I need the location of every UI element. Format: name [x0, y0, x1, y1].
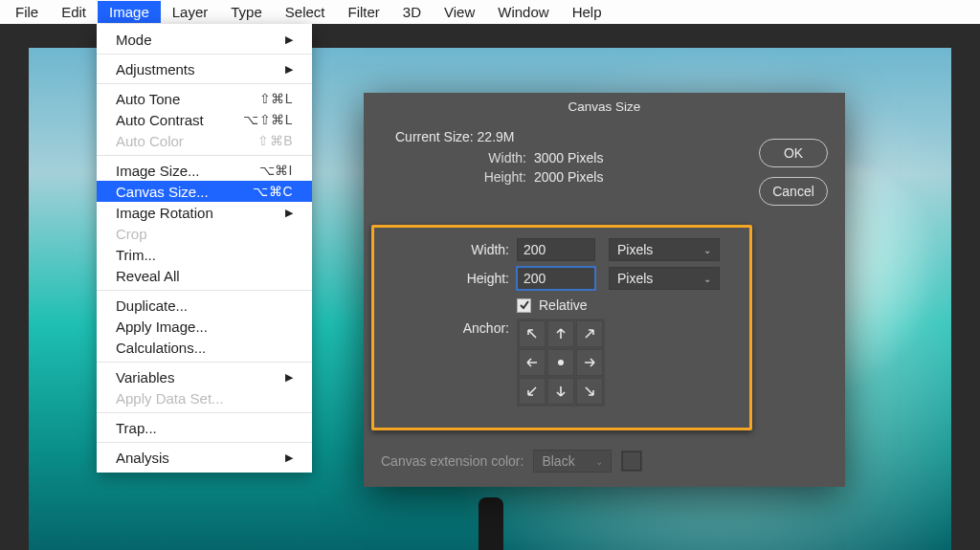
new-width-label: Width: [375, 242, 517, 257]
chevron-down-icon: ⌄ [703, 274, 711, 284]
current-width-label: Width: [381, 150, 534, 165]
menu-item-apply-data-set: Apply Data Set... [97, 387, 312, 408]
menu-item-image-rotation[interactable]: Image Rotation▶ [97, 202, 312, 223]
menu-item-label: Mode [116, 32, 285, 48]
anchor-sw[interactable] [519, 378, 546, 405]
menu-item-reveal-all[interactable]: Reveal All [97, 265, 312, 286]
menu-item-auto-tone[interactable]: Auto Tone⇧⌘L [97, 88, 312, 109]
anchor-label: Anchor: [375, 319, 517, 407]
image-menu-dropdown: Mode▶Adjustments▶Auto Tone⇧⌘LAuto Contra… [97, 24, 312, 473]
menu-item-label: Auto Contrast [116, 112, 243, 128]
menu-separator [97, 412, 312, 413]
anchor-e[interactable] [576, 349, 603, 376]
menu-separator [97, 54, 312, 55]
menubar-item-file[interactable]: File [4, 1, 50, 23]
menu-item-variables[interactable]: Variables▶ [97, 366, 312, 387]
menu-item-label: Image Size... [116, 163, 259, 179]
menubar-item-type[interactable]: Type [219, 1, 274, 23]
new-width-input[interactable] [517, 238, 595, 261]
width-unit-value: Pixels [617, 242, 653, 257]
menu-item-label: Trim... [116, 247, 293, 263]
current-height-value: 2000 Pixels [534, 169, 603, 185]
submenu-arrow-icon: ▶ [285, 63, 293, 76]
anchor-ne[interactable] [576, 320, 603, 347]
cancel-button[interactable]: Cancel [759, 177, 828, 206]
submenu-arrow-icon: ▶ [285, 207, 293, 219]
menu-item-label: Apply Image... [116, 319, 293, 335]
menu-item-duplicate[interactable]: Duplicate... [97, 295, 312, 316]
menu-item-trim[interactable]: Trim... [97, 244, 312, 265]
menu-item-shortcut: ⌥⇧⌘L [243, 112, 293, 127]
menubar-item-select[interactable]: Select [274, 1, 337, 23]
menu-item-label: Adjustments [116, 61, 285, 77]
menubar-item-filter[interactable]: Filter [337, 1, 391, 23]
extension-color-value: Black [542, 453, 574, 469]
anchor-se[interactable] [576, 378, 603, 405]
svg-point-0 [558, 360, 564, 365]
menubar-item-image[interactable]: Image [98, 1, 161, 23]
anchor-n[interactable] [547, 320, 574, 347]
menu-item-auto-contrast[interactable]: Auto Contrast⌥⇧⌘L [97, 109, 312, 130]
menu-item-image-size[interactable]: Image Size...⌥⌘I [97, 160, 312, 181]
menu-item-canvas-size[interactable]: Canvas Size...⌥⌘C [97, 181, 312, 202]
menu-item-shortcut: ⌥⌘I [259, 163, 293, 178]
menu-separator [97, 83, 312, 84]
submenu-arrow-icon: ▶ [285, 451, 293, 464]
menubar-item-layer[interactable]: Layer [161, 1, 220, 23]
menu-item-label: Duplicate... [116, 297, 293, 314]
extension-color-swatch[interactable] [621, 451, 642, 472]
relative-label: Relative [539, 297, 588, 313]
menu-item-shortcut: ⇧⌘B [257, 133, 293, 148]
height-unit-select[interactable]: Pixels ⌄ [609, 267, 720, 290]
menu-item-auto-color: Auto Color⇧⌘B [97, 130, 312, 151]
menu-item-trap[interactable]: Trap... [97, 417, 312, 438]
menu-item-apply-image[interactable]: Apply Image... [97, 316, 312, 337]
dialog-title: Canvas Size [364, 93, 845, 120]
menubar-item-view[interactable]: View [433, 1, 486, 23]
submenu-arrow-icon: ▶ [285, 33, 293, 46]
menu-item-crop: Crop [97, 223, 312, 244]
menu-separator [97, 290, 312, 291]
current-height-label: Height: [381, 169, 534, 185]
extension-color-select[interactable]: Black ⌄ [533, 450, 612, 473]
anchor-s[interactable] [547, 378, 574, 405]
menu-item-label: Canvas Size... [116, 184, 253, 200]
menu-separator [97, 442, 312, 443]
ok-button[interactable]: OK [759, 139, 828, 167]
anchor-nw[interactable] [519, 320, 546, 347]
submenu-arrow-icon: ▶ [285, 371, 293, 384]
menu-item-shortcut: ⇧⌘L [259, 91, 293, 106]
chevron-down-icon: ⌄ [703, 245, 711, 255]
menu-separator [97, 155, 312, 156]
menu-item-label: Variables [116, 369, 285, 385]
menu-item-label: Apply Data Set... [116, 390, 293, 407]
menu-item-label: Auto Tone [116, 91, 259, 107]
chevron-down-icon: ⌄ [595, 456, 603, 467]
menu-item-mode[interactable]: Mode▶ [97, 29, 312, 50]
height-unit-value: Pixels [617, 271, 653, 286]
menubar-item-edit[interactable]: Edit [50, 1, 98, 23]
menubar-item-3d[interactable]: 3D [391, 1, 433, 23]
current-width-value: 3000 Pixels [534, 150, 603, 165]
menu-item-label: Crop [116, 226, 293, 242]
new-height-label: Height: [375, 271, 517, 286]
menu-item-calculations[interactable]: Calculations... [97, 337, 312, 358]
menu-item-label: Auto Color [116, 133, 257, 149]
canvas-size-dialog: Canvas Size Current Size: 22.9M Width: 3… [364, 93, 845, 487]
menubar: FileEditImageLayerTypeSelectFilter3DView… [0, 0, 980, 24]
menu-item-label: Image Rotation [116, 205, 285, 221]
menu-item-label: Trap... [116, 420, 293, 436]
menu-item-label: Analysis [116, 450, 285, 466]
menu-item-label: Reveal All [116, 268, 293, 284]
menu-separator [97, 362, 312, 363]
anchor-center[interactable] [547, 349, 574, 376]
menu-item-adjustments[interactable]: Adjustments▶ [97, 58, 312, 79]
relative-checkbox[interactable] [517, 298, 531, 313]
anchor-w[interactable] [519, 349, 546, 376]
width-unit-select[interactable]: Pixels ⌄ [609, 238, 720, 261]
anchor-grid [517, 319, 605, 407]
menubar-item-help[interactable]: Help [561, 1, 613, 23]
menubar-item-window[interactable]: Window [486, 1, 560, 23]
new-height-input[interactable] [517, 267, 595, 290]
menu-item-analysis[interactable]: Analysis▶ [97, 447, 312, 468]
